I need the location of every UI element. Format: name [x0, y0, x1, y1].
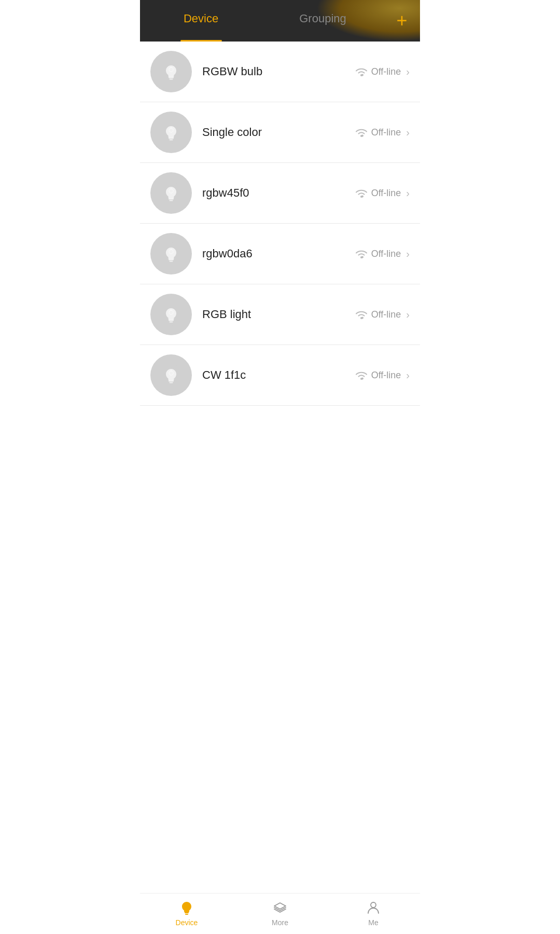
device-name: Single color: [202, 126, 355, 139]
device-status: Off-line ›: [355, 66, 410, 78]
chevron-icon: ›: [406, 309, 410, 321]
device-item[interactable]: RGB light Off-line ›: [140, 284, 420, 345]
svg-rect-13: [169, 198, 174, 200]
device-item[interactable]: CW 1f1c Off-line ›: [140, 345, 420, 406]
tab-device-label: Device: [184, 12, 218, 25]
device-icon-wrap: [150, 354, 192, 396]
add-icon: +: [396, 11, 407, 30]
svg-rect-7: [169, 138, 174, 139]
svg-point-35: [360, 378, 362, 380]
device-icon-wrap: [150, 112, 192, 153]
tab-grouping[interactable]: Grouping: [262, 0, 384, 42]
tab-device[interactable]: Device: [140, 0, 262, 42]
svg-point-17: [360, 196, 362, 198]
device-status: Off-line ›: [355, 369, 410, 381]
device-icon-wrap: [150, 294, 192, 335]
svg-rect-25: [169, 320, 174, 321]
status-text: Off-line: [371, 66, 401, 77]
svg-point-29: [360, 317, 362, 319]
device-name: RGBW bulb: [202, 65, 355, 78]
add-button[interactable]: +: [384, 0, 420, 42]
chevron-icon: ›: [406, 187, 410, 199]
device-status: Off-line ›: [355, 187, 410, 199]
svg-rect-2: [170, 79, 173, 80]
device-item[interactable]: Single color Off-line ›: [140, 102, 420, 163]
device-icon-wrap: [150, 51, 192, 92]
device-item[interactable]: rgbw45f0 Off-line ›: [140, 163, 420, 224]
chevron-icon: ›: [406, 66, 410, 78]
status-text: Off-line: [371, 188, 401, 199]
device-name: RGB light: [202, 308, 355, 321]
chevron-icon: ›: [406, 248, 410, 260]
header-tabs: Device Grouping: [140, 0, 384, 42]
svg-rect-26: [170, 322, 173, 323]
device-list: RGBW bulb Off-line ›: [140, 42, 420, 406]
device-status: Off-line ›: [355, 248, 410, 260]
device-item[interactable]: RGBW bulb Off-line ›: [140, 42, 420, 102]
device-name: CW 1f1c: [202, 368, 355, 382]
status-text: Off-line: [371, 249, 401, 259]
device-name: rgbw0da6: [202, 247, 355, 260]
status-text: Off-line: [371, 370, 401, 381]
device-icon-wrap: [150, 172, 192, 214]
device-status: Off-line ›: [355, 127, 410, 139]
svg-rect-31: [169, 380, 174, 382]
device-status: Off-line ›: [355, 309, 410, 321]
chevron-icon: ›: [406, 369, 410, 381]
svg-rect-14: [170, 200, 173, 201]
svg-rect-32: [170, 382, 173, 383]
svg-rect-8: [170, 140, 173, 141]
svg-rect-1: [169, 77, 174, 78]
device-icon-wrap: [150, 233, 192, 274]
svg-point-5: [360, 74, 362, 76]
svg-rect-20: [170, 261, 173, 262]
tab-device-underline: [180, 40, 222, 42]
header: Device Grouping +: [140, 0, 420, 42]
device-item[interactable]: rgbw0da6 Off-line ›: [140, 224, 420, 284]
device-name: rgbw45f0: [202, 186, 355, 200]
svg-point-23: [360, 256, 362, 258]
svg-point-11: [360, 135, 362, 137]
status-text: Off-line: [371, 309, 401, 320]
svg-rect-19: [169, 259, 174, 260]
chevron-icon: ›: [406, 127, 410, 139]
tab-grouping-label: Grouping: [299, 12, 346, 25]
status-text: Off-line: [371, 127, 401, 138]
